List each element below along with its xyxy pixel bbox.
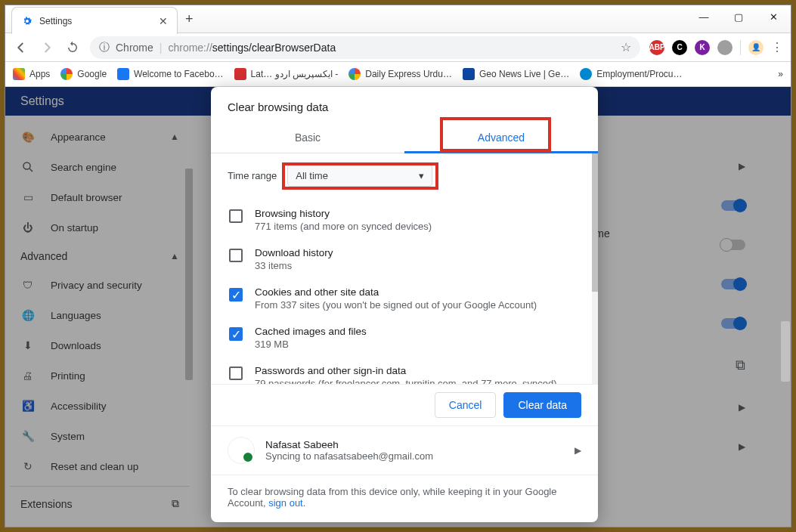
reload-button[interactable] xyxy=(64,39,81,56)
url-host: Chrome xyxy=(116,42,153,54)
address-bar: ⓘ Chrome | chrome://settings/clearBrowse… xyxy=(5,33,791,62)
dialog-scrollbar-thumb[interactable] xyxy=(592,153,598,292)
employment-bookmark[interactable]: Employment/Procu… xyxy=(580,68,682,80)
site-info-icon[interactable]: ⓘ xyxy=(99,41,110,54)
omnibox[interactable]: ⓘ Chrome | chrome://settings/clearBrowse… xyxy=(90,36,640,59)
close-window-button[interactable]: ✕ xyxy=(756,5,791,28)
tab-close-icon[interactable]: ✕ xyxy=(159,15,168,27)
dialog-footer-note: To clear browsing data from this device … xyxy=(211,475,598,522)
gear-icon xyxy=(21,15,33,27)
time-range-label: Time range xyxy=(228,170,277,181)
bookmark-star-icon[interactable]: ☆ xyxy=(621,40,631,54)
checkbox-browsing[interactable] xyxy=(229,209,243,223)
chrome-menu-icon[interactable]: ⋮ xyxy=(771,40,783,54)
sign-out-link[interactable]: sign out xyxy=(268,497,303,509)
clear-data-button[interactable]: Clear data xyxy=(503,392,581,418)
maximize-button[interactable]: ▢ xyxy=(721,5,756,28)
profile-avatar-icon[interactable]: 👤 xyxy=(748,40,763,55)
checkbox-cookies[interactable]: ✓ xyxy=(229,288,243,302)
express-bookmark[interactable]: Lat… ایکسپریس اردو - xyxy=(234,68,339,80)
option-cookies[interactable]: ✓ Cookies and other site dataFrom 337 si… xyxy=(228,279,581,318)
tab-advanced[interactable]: Advanced xyxy=(404,122,598,153)
ext-icon-2[interactable]: C xyxy=(672,40,687,55)
facebook-bookmark[interactable]: Welcome to Facebo… xyxy=(117,68,224,80)
time-range-select[interactable]: All time ▾ xyxy=(287,164,432,187)
dialog-title: Clear browsing data xyxy=(211,87,598,122)
tab-basic[interactable]: Basic xyxy=(211,122,404,153)
account-sync-status: Syncing to nafasatsabeeh@gmail.com xyxy=(265,450,564,462)
google-bookmark[interactable]: Google xyxy=(60,68,107,80)
clear-browsing-data-dialog: Clear browsing data Basic Advanced Time … xyxy=(211,87,598,522)
chevron-right-icon: ▶ xyxy=(575,445,581,456)
express-urdu-bookmark[interactable]: Daily Express Urdu… xyxy=(348,68,452,80)
bookmarks-overflow-icon[interactable]: » xyxy=(778,69,783,79)
checkbox-download[interactable] xyxy=(229,249,243,262)
account-name: Nafasat Sabeeh xyxy=(265,439,564,450)
titlebar: Settings ✕ + — ▢ ✕ xyxy=(5,5,791,33)
extension-icons: ABP C K 👤 ⋮ xyxy=(649,40,783,55)
tab-title: Settings xyxy=(39,16,153,26)
option-cached[interactable]: ✓ Cached images and files319 MB xyxy=(228,318,581,357)
account-row[interactable]: Nafasat Sabeeh Syncing to nafasatsabeeh@… xyxy=(211,425,598,475)
dialog-scrollbar-track[interactable] xyxy=(592,153,598,384)
new-tab-button[interactable]: + xyxy=(185,11,194,27)
ext-icon-3[interactable]: K xyxy=(695,40,710,55)
ext-icon-4[interactable] xyxy=(717,40,733,55)
cancel-button[interactable]: Cancel xyxy=(435,392,497,418)
avatar xyxy=(228,437,255,464)
option-passwords[interactable]: Passwords and other sign-in data79 passw… xyxy=(228,357,581,384)
checkbox-cached[interactable]: ✓ xyxy=(229,327,243,341)
page-scrollbar[interactable] xyxy=(781,321,790,382)
apps-bookmark[interactable]: Apps xyxy=(13,68,50,80)
geo-bookmark[interactable]: Geo News Live | Ge… xyxy=(463,68,569,80)
checkbox-passwords[interactable] xyxy=(229,367,243,380)
option-browsing-history[interactable]: Browsing history771 items (and more on s… xyxy=(228,200,581,240)
option-download-history[interactable]: Download history33 items xyxy=(228,240,581,279)
chevron-down-icon: ▾ xyxy=(419,170,424,181)
forward-button[interactable] xyxy=(39,39,55,56)
back-button[interactable] xyxy=(13,39,29,56)
bookmarks-bar: Apps Google Welcome to Facebo… Lat… ایکس… xyxy=(5,62,791,87)
minimize-button[interactable]: — xyxy=(686,5,721,28)
browser-tab[interactable]: Settings ✕ xyxy=(11,7,178,34)
adblock-icon[interactable]: ABP xyxy=(649,40,664,55)
